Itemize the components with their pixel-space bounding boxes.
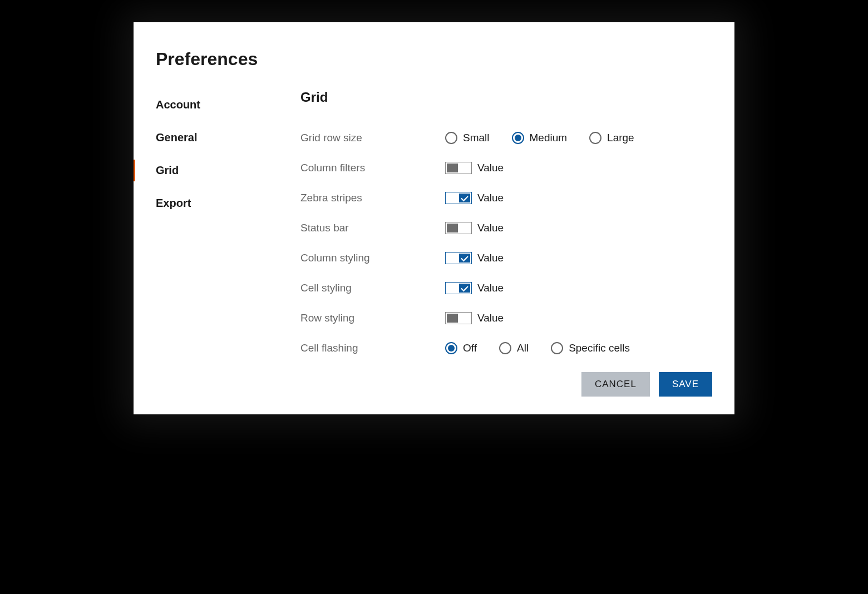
- row-row-styling: Row styling Value: [300, 312, 712, 324]
- toggle-knob-icon: [447, 224, 458, 232]
- settings-panel: Grid Grid row size Small Medium Large: [300, 90, 712, 397]
- toggle-column-styling[interactable]: [445, 252, 472, 264]
- row-column-styling: Column styling Value: [300, 252, 712, 264]
- row-cell-styling: Cell styling Value: [300, 282, 712, 294]
- radio-group-row-size: Small Medium Large: [445, 132, 634, 144]
- label-cell-styling: Cell styling: [300, 282, 445, 294]
- radio-cell-flashing-specific[interactable]: Specific cells: [551, 342, 630, 354]
- label-grid-row-size: Grid row size: [300, 132, 445, 144]
- toggle-zebra-stripes[interactable]: [445, 192, 472, 204]
- row-column-filters: Column filters Value: [300, 162, 712, 174]
- toggle-wrap: Value: [445, 162, 504, 174]
- toggle-value: Value: [477, 252, 504, 264]
- sidebar-item-export[interactable]: Export: [156, 197, 300, 210]
- radio-icon: [499, 342, 511, 354]
- radio-label: Off: [463, 342, 477, 354]
- radio-row-size-small[interactable]: Small: [445, 132, 490, 144]
- radio-cell-flashing-off[interactable]: Off: [445, 342, 477, 354]
- section-title: Grid: [300, 90, 712, 105]
- toggle-wrap: Value: [445, 222, 504, 234]
- dialog-title: Preferences: [156, 49, 712, 70]
- toggle-wrap: Value: [445, 312, 504, 324]
- toggle-wrap: Value: [445, 192, 504, 204]
- radio-label: Large: [607, 132, 634, 144]
- label-zebra-stripes: Zebra stripes: [300, 192, 445, 204]
- radio-icon: [589, 132, 601, 144]
- radio-icon: [551, 342, 563, 354]
- radio-label: Specific cells: [569, 342, 630, 354]
- toggle-knob-icon: [447, 314, 458, 323]
- toggle-knob-icon: [447, 164, 458, 172]
- toggle-value: Value: [477, 162, 504, 174]
- radio-group-cell-flashing: Off All Specific cells: [445, 342, 630, 354]
- sidebar-item-grid[interactable]: Grid: [156, 164, 300, 177]
- sidebar-item-general[interactable]: General: [156, 131, 300, 144]
- radio-label: Small: [463, 132, 490, 144]
- toggle-value: Value: [477, 222, 504, 234]
- row-status-bar: Status bar Value: [300, 222, 712, 234]
- toggle-cell-styling[interactable]: [445, 282, 472, 294]
- radio-label: All: [517, 342, 529, 354]
- toggle-row-styling[interactable]: [445, 312, 472, 324]
- toggle-value: Value: [477, 282, 504, 294]
- toggle-knob-icon: [459, 284, 470, 293]
- toggle-status-bar[interactable]: [445, 222, 472, 234]
- label-column-styling: Column styling: [300, 252, 445, 264]
- row-cell-flashing: Cell flashing Off All Specific cells: [300, 342, 712, 354]
- toggle-knob-icon: [459, 254, 470, 263]
- cancel-button[interactable]: CANCEL: [581, 372, 650, 397]
- toggle-knob-icon: [459, 194, 470, 202]
- label-cell-flashing: Cell flashing: [300, 342, 445, 354]
- radio-icon: [512, 132, 524, 144]
- label-column-filters: Column filters: [300, 162, 445, 174]
- dialog-content: Account General Grid Export Grid Grid ro…: [156, 90, 712, 397]
- sidebar: Account General Grid Export: [156, 90, 300, 397]
- toggle-value: Value: [477, 312, 504, 324]
- label-row-styling: Row styling: [300, 312, 445, 324]
- label-status-bar: Status bar: [300, 222, 445, 234]
- toggle-wrap: Value: [445, 282, 504, 294]
- toggle-value: Value: [477, 192, 504, 204]
- radio-row-size-large[interactable]: Large: [589, 132, 634, 144]
- preferences-dialog: Preferences Account General Grid Export …: [134, 22, 734, 414]
- sidebar-item-account[interactable]: Account: [156, 98, 300, 111]
- toggle-column-filters[interactable]: [445, 162, 472, 174]
- radio-label: Medium: [530, 132, 568, 144]
- row-grid-row-size: Grid row size Small Medium Large: [300, 132, 712, 144]
- toggle-wrap: Value: [445, 252, 504, 264]
- dialog-buttons: CANCEL SAVE: [300, 372, 712, 397]
- radio-cell-flashing-all[interactable]: All: [499, 342, 529, 354]
- row-zebra-stripes: Zebra stripes Value: [300, 192, 712, 204]
- save-button[interactable]: SAVE: [659, 372, 712, 397]
- radio-icon: [445, 342, 457, 354]
- radio-row-size-medium[interactable]: Medium: [512, 132, 568, 144]
- radio-icon: [445, 132, 457, 144]
